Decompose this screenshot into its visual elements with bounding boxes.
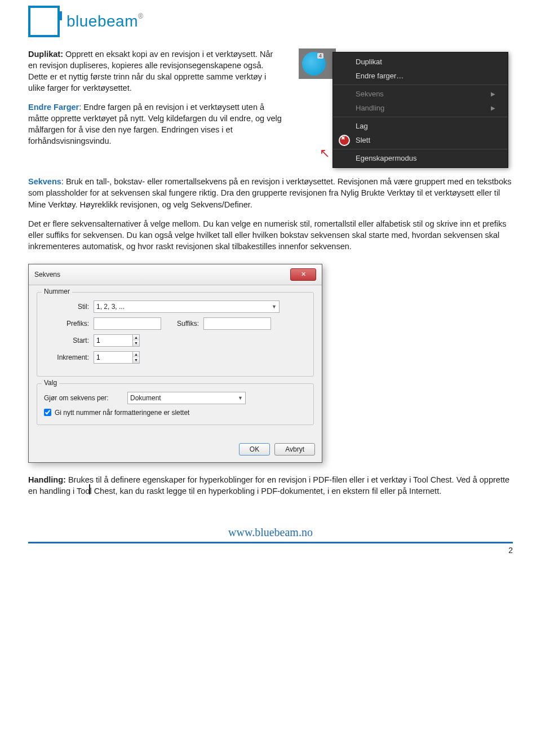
footer-url[interactable]: www.bluebeam.no — [228, 526, 313, 541]
ctx-handling[interactable]: Handling▶ — [333, 101, 508, 115]
label-stil: Stil: — [44, 303, 89, 311]
dialog-titlebar: Sekvens ✕ — [29, 264, 322, 285]
ok-button[interactable]: OK — [239, 443, 270, 456]
label-inkrement: Inkrement: — [44, 353, 89, 361]
brand-name: bluebeam® — [66, 12, 143, 30]
ctx-label: Slett — [356, 136, 370, 144]
chevron-down-icon: ▼ — [238, 395, 243, 401]
para-duplikat: Duplikat: Opprett en eksakt kopi av en r… — [28, 48, 282, 94]
footer-rule — [28, 542, 513, 543]
ctx-label: Egenskapermodus — [356, 154, 416, 162]
bluebeam-logo-icon — [28, 6, 60, 37]
context-menu-screenshot: 4 Duplikat Endre farger… Sekvens▶ Handli… — [299, 48, 513, 168]
prefiks-input[interactable] — [94, 317, 161, 330]
label-renumber: Gi nytt nummer når formatteringene er sl… — [55, 409, 189, 417]
header: bluebeam® — [28, 0, 513, 48]
context-menu: Duplikat Endre farger… Sekvens▶ Handling… — [332, 52, 508, 168]
chevron-up-icon[interactable]: ▲ — [133, 335, 139, 341]
chevron-down-icon: ▼ — [272, 304, 277, 310]
sekvens-dialog: Sekvens ✕ Nummer Stil: 1, 2, 3, ... ▼ Pr… — [28, 264, 322, 463]
label-reset-per: Gjør om sekvens per: — [44, 394, 123, 402]
close-button[interactable]: ✕ — [290, 268, 316, 281]
ellipse-tool-icon: 4 — [302, 52, 326, 76]
ctx-label: Lag — [356, 122, 368, 130]
cursor-arrow-icon: ↖ — [320, 146, 330, 161]
handling-label: Handling: — [28, 475, 66, 484]
chevron-up-icon[interactable]: ▲ — [133, 352, 139, 357]
dialog-title: Sekvens — [34, 271, 60, 278]
duplikat-label: Duplikat: — [28, 50, 63, 59]
sekvens-text: : Bruk en tall-, bokstav- eller romertal… — [28, 177, 512, 209]
para-endre: Endre Farger: Endre fargen på en revisjo… — [28, 101, 282, 147]
legend-valg: Valg — [42, 379, 59, 387]
start-input[interactable] — [94, 335, 132, 346]
para-handling: Handling: Brukes til å definere egenskap… — [28, 474, 513, 497]
ctx-label: Duplikat — [356, 58, 382, 66]
legend-nummer: Nummer — [42, 288, 72, 295]
handling-text: Brukes til å definere egenskaper for hyp… — [28, 475, 509, 496]
ctx-slett[interactable]: Slett — [333, 133, 508, 147]
para-sekvens: Sekvens: Bruk en tall-, bokstav- eller r… — [28, 176, 513, 210]
footer: www.bluebeam.no 2 — [28, 519, 513, 555]
cancel-label: Avbryt — [285, 445, 304, 453]
cancel-button[interactable]: Avbryt — [274, 443, 315, 456]
ctx-label: Sekvens — [356, 90, 384, 98]
tool-thumbnail: 4 — [299, 48, 336, 79]
close-icon: ✕ — [301, 271, 306, 278]
chevron-down-icon[interactable]: ▼ — [133, 341, 139, 346]
label-prefiks: Prefiks: — [44, 320, 89, 328]
inkrement-input[interactable] — [94, 352, 132, 363]
endre-label: Endre Farger — [28, 103, 79, 112]
chevron-right-icon: ▶ — [491, 91, 495, 97]
ctx-egenskapermodus[interactable]: Egenskapermodus — [333, 151, 508, 165]
fieldset-nummer: Nummer Stil: 1, 2, 3, ... ▼ Prefiks: Suf… — [37, 292, 314, 377]
ctx-duplikat[interactable]: Duplikat — [333, 55, 508, 69]
ctx-separator — [333, 149, 508, 149]
suffiks-input[interactable] — [203, 317, 271, 330]
ctx-sekvens[interactable]: Sekvens▶ — [333, 87, 508, 101]
thumb-badge: 4 — [317, 53, 323, 59]
page-number: 2 — [28, 546, 513, 555]
label-start: Start: — [44, 337, 89, 344]
fieldset-valg: Valg Gjør om sekvens per: Dokument ▼ Gi … — [37, 383, 314, 425]
ctx-lag[interactable]: Lag — [333, 119, 508, 133]
text-cursor-icon — [89, 484, 90, 494]
reset-per-combobox[interactable]: Dokument ▼ — [127, 392, 246, 404]
inkrement-spinner[interactable]: ▲▼ — [94, 351, 140, 364]
start-spinner[interactable]: ▲▼ — [94, 334, 140, 347]
label-suffiks: Suffiks: — [177, 320, 199, 328]
stil-value: 1, 2, 3, ... — [96, 303, 125, 311]
ctx-separator — [333, 117, 508, 117]
ctx-endre-farger[interactable]: Endre farger… — [333, 69, 508, 83]
ok-label: OK — [250, 445, 259, 453]
chevron-down-icon[interactable]: ▼ — [133, 357, 139, 363]
ctx-separator — [333, 85, 508, 85]
stil-combobox[interactable]: 1, 2, 3, ... ▼ — [94, 300, 280, 313]
ctx-label: Endre farger… — [356, 72, 403, 80]
para-sekvens-2: Det er flere sekvensalternativer å velge… — [28, 218, 513, 253]
registered-icon: ® — [138, 12, 143, 20]
reset-per-value: Dokument — [130, 394, 161, 402]
ctx-label: Handling — [356, 104, 384, 112]
brand-label: bluebeam — [66, 12, 138, 30]
renumber-checkbox[interactable] — [44, 409, 51, 416]
delete-icon — [339, 135, 350, 146]
duplikat-text: Opprett en eksakt kopi av en revisjon i … — [28, 50, 273, 92]
chevron-right-icon: ▶ — [491, 105, 495, 111]
sekvens-label: Sekvens — [28, 177, 61, 186]
